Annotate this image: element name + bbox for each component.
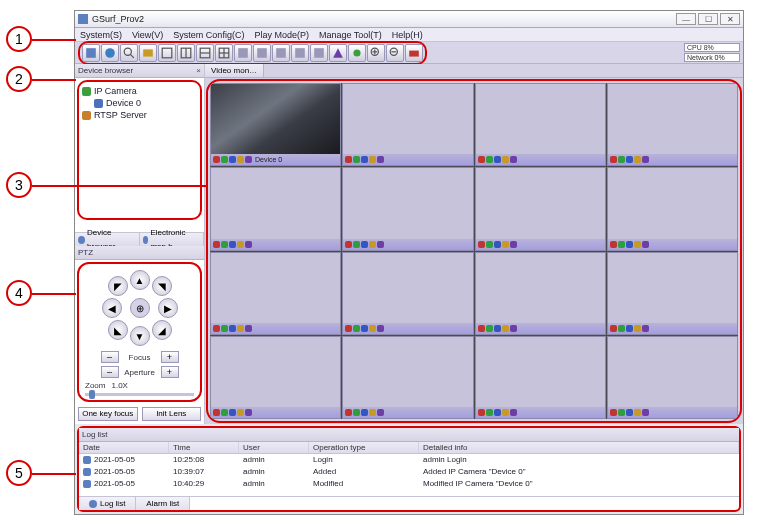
log-columns: Date Time User Operation type Detailed i… [79,442,739,454]
video-cell[interactable] [607,336,738,419]
ptz-left-button[interactable]: ◀ [102,298,122,318]
tool-grid16-icon[interactable] [272,44,290,62]
tool-zoom-out-icon[interactable] [386,44,404,62]
tree-rtsp-server[interactable]: RTSP Server [82,109,197,121]
video-cell[interactable] [607,167,738,250]
aperture-minus-button[interactable]: – [101,366,119,378]
tool-config-icon[interactable] [139,44,157,62]
aperture-plus-button[interactable]: + [161,366,179,378]
video-cell[interactable] [607,83,738,166]
tool-system-icon[interactable] [82,44,100,62]
video-cell[interactable] [607,252,738,335]
col-op[interactable]: Operation type [309,442,419,453]
one-key-focus-button[interactable]: One key focus [78,407,138,421]
log-tab-icon [89,500,97,508]
cell-status-icon [634,241,641,248]
minimize-button[interactable]: — [676,13,696,25]
video-cell[interactable] [342,336,473,419]
tool-search-icon[interactable] [120,44,138,62]
log-row[interactable]: 2021-05-0510:40:29adminModifiedModified … [79,478,739,490]
zoom-slider-thumb[interactable] [89,390,95,399]
ptz-upleft-button[interactable]: ◤ [108,276,128,296]
tool-globe-icon[interactable] [101,44,119,62]
tool-grid9-icon[interactable] [253,44,271,62]
video-cell[interactable] [475,83,606,166]
tree-device-0[interactable]: Device 0 [82,97,197,109]
cell-status-icon [494,156,501,163]
ptz-upright-button[interactable]: ◥ [152,276,172,296]
video-cell[interactable] [210,336,341,419]
video-cell[interactable] [342,252,473,335]
app-icon [78,14,88,24]
svg-rect-14 [257,48,267,58]
video-cell-bar [343,154,472,165]
cell-status-icon [626,156,633,163]
ptz-up-button[interactable]: ▲ [130,270,150,290]
log-row[interactable]: 2021-05-0510:39:07adminAddedAdded IP Cam… [79,466,739,478]
zoom-slider[interactable] [85,393,194,396]
video-cell[interactable] [475,336,606,419]
cell-status-icon [610,409,617,416]
menu-view[interactable]: View(V) [127,28,168,41]
video-cell[interactable] [475,167,606,250]
ptz-center-button[interactable]: ⊕ [130,298,150,318]
log-rows: 2021-05-0510:25:08adminLoginadmin Login2… [79,454,739,490]
video-cell-bar [211,239,340,250]
video-empty [608,253,737,323]
tool-grid25-icon[interactable] [291,44,309,62]
video-tab-monitor[interactable]: Video mon… [205,64,264,77]
col-info[interactable]: Detailed info [419,442,739,453]
svg-rect-15 [276,48,286,58]
focus-minus-button[interactable]: – [101,351,119,363]
cell-status-icon [626,241,633,248]
focus-plus-button[interactable]: + [161,351,179,363]
video-cell[interactable] [342,167,473,250]
device-browser-close-icon[interactable]: × [196,64,201,78]
svg-point-19 [353,49,360,56]
tab-alarm-list[interactable]: Alarm list [136,497,190,510]
tool-snapshot-icon[interactable] [405,44,423,62]
video-empty [608,168,737,238]
tool-grid4-icon[interactable] [215,44,233,62]
tool-grid5-icon[interactable] [234,44,252,62]
col-user[interactable]: User [239,442,309,453]
cell-status-icon [353,156,360,163]
tool-grid3-icon[interactable] [196,44,214,62]
cell-status-icon [377,156,384,163]
ptz-right-button[interactable]: ▶ [158,298,178,318]
tool-grid36-icon[interactable] [310,44,328,62]
ptz-downleft-button[interactable]: ◣ [108,320,128,340]
menu-system[interactable]: System(S) [75,28,127,41]
video-cell[interactable] [342,83,473,166]
menu-manage-tool[interactable]: Manage Tool(T) [314,28,387,41]
device-icon [94,99,103,108]
tree-ip-camera[interactable]: IP Camera [82,85,197,97]
maximize-button[interactable]: ☐ [698,13,718,25]
tab-electronic-map[interactable]: Electronic map b… [140,233,205,246]
video-cell[interactable]: Device 0 [210,83,341,166]
video-cell[interactable] [475,252,606,335]
tab-device-browser[interactable]: Device browser [75,233,140,246]
tool-tour-icon[interactable] [348,44,366,62]
tab-log-list[interactable]: Log list [79,497,136,510]
lead-1 [32,39,76,41]
menu-system-config[interactable]: System Config(C) [168,28,249,41]
menu-help[interactable]: Help(H) [387,28,428,41]
ptz-down-button[interactable]: ▼ [130,326,150,346]
init-lens-button[interactable]: Init Lens [142,407,202,421]
cell-label: Device 0 [255,156,282,163]
tool-layout2-icon[interactable] [177,44,195,62]
log-row[interactable]: 2021-05-0510:25:08adminLoginadmin Login [79,454,739,466]
tree-label: Device 0 [106,98,141,108]
tool-preset-icon[interactable] [329,44,347,62]
col-time[interactable]: Time [169,442,239,453]
zoom-slider-row [83,393,196,396]
tool-layout1-icon[interactable] [158,44,176,62]
close-button[interactable]: ✕ [720,13,740,25]
tool-zoom-in-icon[interactable] [367,44,385,62]
menu-play-mode[interactable]: Play Mode(P) [249,28,314,41]
video-cell[interactable] [210,167,341,250]
ptz-downright-button[interactable]: ◢ [152,320,172,340]
col-date[interactable]: Date [79,442,169,453]
video-cell[interactable] [210,252,341,335]
